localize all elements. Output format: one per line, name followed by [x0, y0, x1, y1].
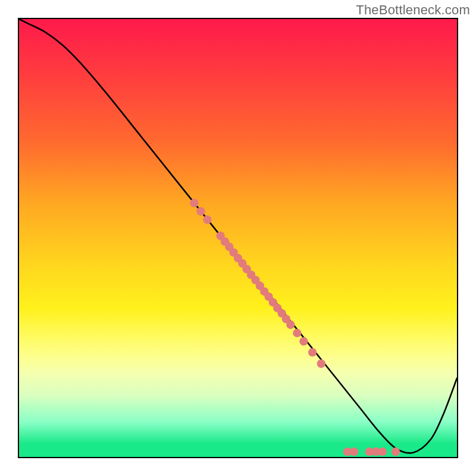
- highlight-dot: [196, 207, 205, 215]
- highlight-dot: [392, 447, 400, 456]
- highlight-dot: [317, 359, 325, 368]
- highlight-dot: [299, 337, 308, 346]
- highlight-dot: [286, 321, 295, 329]
- watermark-label: TheBottleneck.com: [356, 2, 470, 18]
- highlight-dot: [293, 329, 301, 337]
- highlight-dot: [190, 199, 198, 207]
- highlight-dot: [378, 447, 387, 456]
- plot-area: [18, 18, 458, 458]
- highlight-points: [19, 19, 457, 457]
- highlight-dot: [308, 348, 317, 356]
- highlight-dot: [350, 447, 358, 456]
- chart-container: TheBottleneck.com: [0, 0, 476, 476]
- highlight-dot: [203, 215, 211, 224]
